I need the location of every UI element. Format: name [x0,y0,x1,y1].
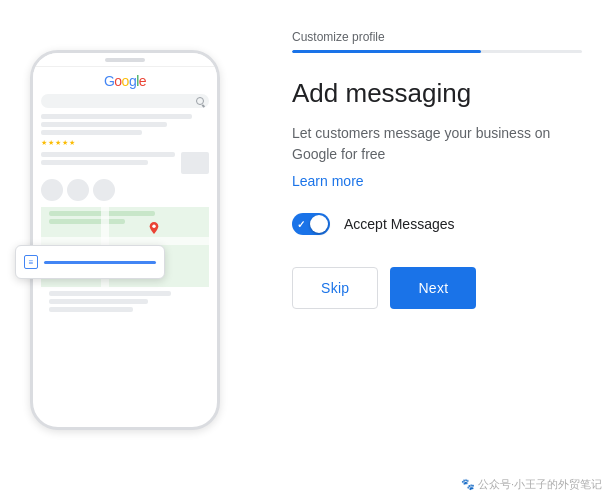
page-description: Let customers message your business on G… [292,123,582,165]
map-road-h [41,237,209,245]
star-3: ★ [55,139,61,147]
svg-point-0 [152,225,155,228]
content-line-3 [41,130,142,135]
map-info-lines [41,207,209,231]
watermark: 🐾 公众号·小王子的外贸笔记 [461,477,602,492]
star-2: ★ [48,139,54,147]
action-btn-1 [41,179,63,201]
search-icon [196,97,204,105]
stars-row: ★ ★ ★ ★ ★ [41,139,209,147]
star-1: ★ [41,139,47,147]
message-icon [24,255,38,269]
content-line-1 [41,114,192,119]
g-letter-o1: o [114,73,121,89]
action-btn-3 [93,179,115,201]
action-buttons-row [41,179,209,201]
content-line-2 [41,122,167,127]
phone-screen: Google ★ ★ ★ ★ [33,67,217,325]
message-line [44,261,156,264]
progress-bar-track [292,50,582,53]
phone-wrapper: Google ★ ★ ★ ★ [30,50,230,450]
action-btn-2 [67,179,89,201]
learn-more-link[interactable]: Learn more [292,173,582,189]
star-4: ★ [62,139,68,147]
progress-section: Customize profile [292,30,582,53]
step-label: Customize profile [292,30,582,44]
toggle-track [292,213,330,235]
progress-bar-fill [292,50,481,53]
g-letter-o2: o [122,73,129,89]
star-5: ★ [69,139,75,147]
toggle-label: Accept Messages [344,216,455,232]
phone-illustration: Google ★ ★ ★ ★ [0,0,260,500]
business-text-lines [41,152,175,170]
buttons-row: Skip Next [292,267,582,309]
business-icon-box [181,152,209,174]
g-letter-g: G [104,73,114,89]
g-letter-e: e [139,73,146,89]
accept-messages-toggle[interactable] [292,213,330,235]
search-bar-mock [41,94,209,108]
map-pin [149,222,159,234]
toggle-thumb [310,215,328,233]
phone-frame: Google ★ ★ ★ ★ [30,50,220,430]
skip-button[interactable]: Skip [292,267,378,309]
business-row [41,152,209,174]
phone-top-bar [33,53,217,67]
google-logo: Google [41,73,209,89]
right-panel: Customize profile Add messaging Let cust… [260,0,614,500]
message-bubble [15,245,165,279]
next-button[interactable]: Next [390,267,476,309]
toggle-row: Accept Messages [292,213,582,235]
phone-speaker [105,58,145,62]
content-lines [41,114,209,135]
below-map-lines [41,287,209,319]
page-title: Add messaging [292,77,582,111]
